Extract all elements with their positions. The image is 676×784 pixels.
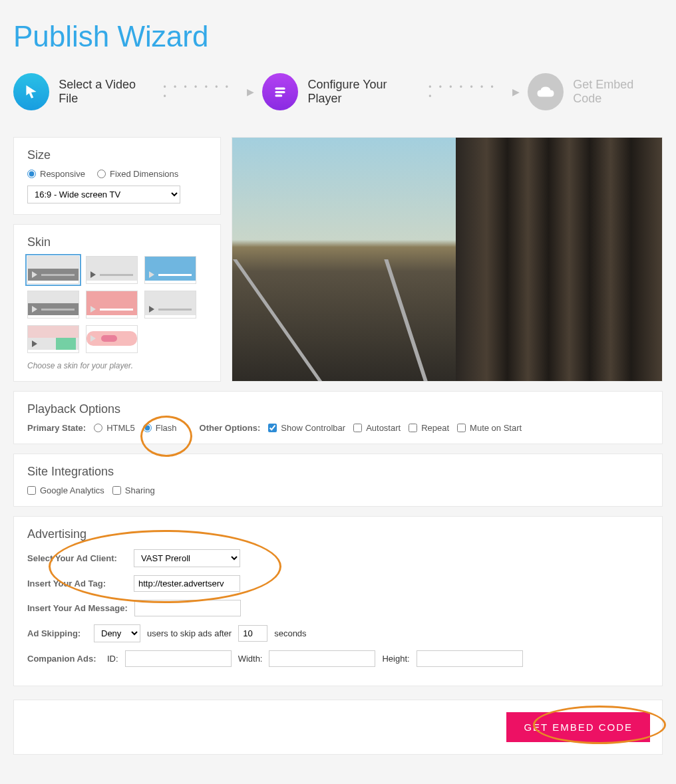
skin-thumb-2[interactable] (86, 256, 138, 284)
size-heading: Size (27, 148, 207, 162)
site-heading: Site Integrations (27, 465, 649, 479)
step-get-embed: Get Embed Code (528, 73, 663, 110)
skip-seconds-input[interactable] (238, 625, 267, 642)
advertising-heading: Advertising (27, 527, 649, 541)
ad-client-label: Select Your Ad Client: (27, 553, 127, 563)
mute-option[interactable]: Mute on Start (457, 423, 522, 433)
primary-flash-option[interactable]: Flash (143, 423, 177, 433)
wizard-steps: Select a Video File • • • • • • • •▶ Con… (13, 73, 663, 110)
companion-ads-label: Companion Ads: (27, 654, 100, 664)
ad-message-label: Insert Your Ad Message: (27, 603, 128, 613)
mute-checkbox[interactable] (457, 424, 466, 432)
skip-seconds-suffix: seconds (274, 628, 306, 638)
step-label: Configure Your Player (307, 78, 421, 106)
step-configure-player[interactable]: Configure Your Player (262, 73, 421, 110)
size-responsive-option[interactable]: Responsive (27, 169, 85, 179)
skin-thumb-6[interactable] (144, 291, 196, 319)
sharing-option[interactable]: Sharing (112, 485, 155, 495)
responsive-radio[interactable] (27, 170, 36, 178)
skin-thumb-1[interactable] (27, 256, 79, 284)
sharing-checkbox[interactable] (112, 486, 121, 495)
step-label: Select a Video File (59, 78, 155, 106)
ga-checkbox[interactable] (27, 486, 36, 495)
html5-radio[interactable] (94, 424, 102, 432)
flash-radio[interactable] (143, 424, 152, 432)
autostart-option[interactable]: Autostart (353, 423, 401, 433)
video-preview (232, 137, 663, 382)
primary-html5-option[interactable]: HTML5 (94, 423, 135, 433)
step-separator: • • • • • • • • (428, 82, 504, 101)
step-separator: • • • • • • • • (164, 82, 240, 101)
footer-bar: GET EMBED CODE (13, 700, 663, 755)
repeat-option[interactable]: Repeat (409, 423, 449, 433)
primary-state-label: Primary State: (27, 423, 86, 433)
companion-id-label: ID: (107, 654, 118, 664)
show-controlbar-option[interactable]: Show Controlbar (268, 423, 345, 433)
page-title: Publish Wizard (13, 20, 663, 53)
companion-width-input[interactable] (269, 650, 375, 667)
playback-options-panel: Playback Options Primary State: HTML5 Fl… (13, 391, 663, 444)
companion-width-label: Width: (238, 654, 263, 664)
skin-heading: Skin (27, 235, 207, 249)
cloud-icon (528, 73, 564, 110)
svg-rect-2 (275, 94, 283, 96)
companion-height-input[interactable] (417, 650, 523, 667)
skin-thumb-5[interactable] (86, 291, 138, 319)
aspect-ratio-select[interactable]: 16:9 - Wide screen TV (27, 186, 180, 203)
skip-mid-text: users to skip ads after (147, 628, 232, 638)
repeat-checkbox[interactable] (409, 424, 417, 432)
svg-rect-0 (275, 88, 285, 90)
other-options-label: Other Options: (200, 423, 261, 433)
annotation-circle-flash (140, 416, 192, 457)
skin-thumb-3[interactable] (144, 256, 196, 284)
skin-thumb-7[interactable] (27, 325, 79, 353)
ad-tag-input[interactable] (134, 575, 240, 592)
autostart-checkbox[interactable] (353, 424, 362, 432)
skin-panel: Skin (13, 224, 221, 382)
site-integrations-panel: Site Integrations Google Analytics Shari… (13, 454, 663, 507)
google-analytics-option[interactable]: Google Analytics (27, 485, 104, 495)
size-panel: Size Responsive Fixed Dimensions 16:9 - … (13, 137, 221, 215)
ad-client-select[interactable]: VAST Preroll (134, 549, 240, 567)
get-embed-code-button[interactable]: GET EMBED CODE (506, 712, 650, 742)
list-icon (262, 73, 298, 110)
skin-thumb-8[interactable] (86, 325, 138, 353)
step-select-file[interactable]: Select a Video File (13, 73, 156, 110)
ad-skipping-select[interactable]: Deny (94, 624, 140, 642)
size-fixed-option[interactable]: Fixed Dimensions (97, 169, 178, 179)
ad-tag-label: Insert Your Ad Tag: (27, 579, 127, 588)
playback-heading: Playback Options (27, 402, 649, 416)
companion-id-input[interactable] (125, 650, 232, 667)
fixed-radio[interactable] (97, 170, 106, 178)
advertising-panel: Advertising Select Your Ad Client: VAST … (13, 516, 663, 686)
companion-height-label: Height: (382, 654, 409, 664)
ad-message-input[interactable] (134, 600, 241, 616)
step-label: Get Embed Code (573, 78, 663, 106)
skin-thumb-4[interactable] (27, 291, 79, 319)
show-controlbar-checkbox[interactable] (268, 424, 277, 432)
ad-skipping-label: Ad Skipping: (27, 628, 87, 638)
svg-rect-1 (275, 91, 285, 93)
cursor-icon (13, 73, 49, 110)
skin-hint: Choose a skin for your player. (27, 361, 207, 370)
